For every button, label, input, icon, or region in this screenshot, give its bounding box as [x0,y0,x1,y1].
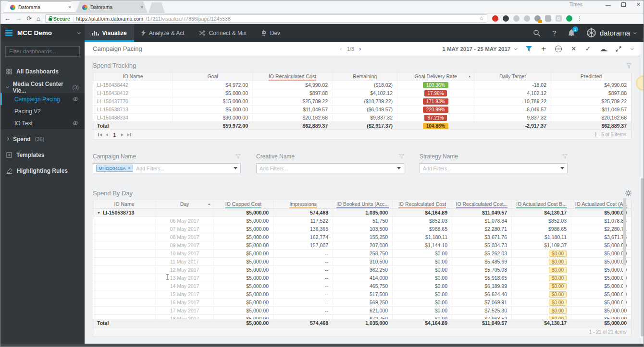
filter-dashboards-input[interactable] [5,46,80,57]
table-row[interactable]: 18 May 2017$5,000.00--672,750$0.00$7,963… [93,315,631,319]
dropdown-caret-icon[interactable] [560,167,564,169]
widget-filter-icon[interactable] [562,154,568,159]
sidebar-item-pacing-v2[interactable]: Pacing V2 [0,105,85,117]
extension-icon[interactable] [534,15,541,22]
tab-visualize[interactable]: Visualize [85,24,134,42]
filter-input[interactable]: MHOD0415A✕ Add Filters... [93,163,241,173]
column-header[interactable]: IO Booked Units (Acc... [333,200,393,208]
browser-tab-2[interactable]: Datorama ✕ [75,1,148,13]
table-row[interactable]: 10 May 2017$5,000.00--258,750$0.00$5,262… [93,250,631,258]
table-row[interactable]: LI-150438334$30,000.00$20,162.68$9,837.3… [93,114,631,122]
column-header[interactable]: Impressions [273,200,333,208]
minimize-button[interactable]: — [606,2,611,8]
table-row[interactable]: LI-150438442$4,972.00$4,990.02($18.02)10… [93,81,631,89]
sidebar-group-media-cost-center[interactable]: Media Cost Center Vie... (3) [0,81,85,93]
extension-icon[interactable] [503,15,509,22]
column-header[interactable]: Daily Target [474,72,551,81]
notifications-bell[interactable]: 1 [568,29,575,36]
current-page[interactable]: 1 [112,132,118,138]
back-icon[interactable]: ← [4,15,11,22]
table-scrollbar[interactable] [623,198,626,308]
fullscreen-icon[interactable] [616,46,621,52]
table-row[interactable]: LI-150438412$5,000.00$897.88$4,102.1217.… [93,89,631,97]
brand-menu[interactable]: datorama [586,28,636,38]
tab-close-icon[interactable]: ✕ [140,5,144,10]
column-header[interactable]: Goal Delivery Rate▲ [397,72,474,81]
comment-icon[interactable]: ••• [555,46,562,52]
column-header[interactable]: IO Name [93,200,156,208]
collapse-arrow-icon[interactable]: ▼ [97,211,100,215]
forward-icon[interactable]: → [15,15,22,22]
table-group-row[interactable]: ▼LI-150538713$5,000.00574,4681,035,000$4… [93,209,631,217]
restore-button[interactable] [621,2,626,7]
table-row[interactable]: 15 May 2017$5,000.00--517,500$0.00$6,624… [93,290,631,299]
home-icon[interactable]: ⌂ [37,15,40,22]
address-bar[interactable]: Secure | https://platform.datorama.com/1… [45,14,487,23]
table-row[interactable]: 08 May 2017$5,000.00162,774155,250$1,180… [93,233,631,241]
sidebar-item-highlighting-rules[interactable]: Highlighting Rules [0,165,85,177]
hamburger-icon[interactable] [5,30,12,36]
filter-input[interactable]: Add Filters... [420,163,568,173]
extension-icon[interactable] [492,15,498,22]
next-page-icon[interactable] [121,133,124,136]
check-icon[interactable]: ✓ [585,45,591,52]
table-row[interactable]: 13 May 2017$5,000.00--414,000$0.00$5,918… [93,274,631,282]
next-page-icon[interactable]: › [359,45,361,52]
workspace-switcher[interactable]: MCC Demo [0,24,85,42]
extension-icon[interactable] [545,15,551,22]
column-header[interactable]: IO Name [93,72,173,81]
date-range-picker[interactable]: 1 MAY 2017 - 25 MAY 2017 [442,46,517,52]
column-header[interactable]: IO Recalculated Cost... [452,200,512,208]
remove-chip-icon[interactable]: ✕ [128,166,131,170]
extension-icon[interactable] [524,15,530,22]
help-icon[interactable]: ? [552,29,556,37]
table-row[interactable]: 17 May 2017$5,000.00--621,000$0.00$7,525… [93,307,631,315]
dropdown-caret-icon[interactable] [397,167,401,169]
extension-icon[interactable] [566,15,572,22]
column-header[interactable]: IO Actualized Cost (A... [571,200,631,208]
prev-page-icon[interactable] [106,133,108,136]
table-row[interactable]: LI-150437770$15,000.00$25,789.22($10,789… [93,97,631,106]
sidebar-item-campaign-pacing[interactable]: Campaign Pacing [0,93,85,105]
table-row[interactable]: LI-150538713$5,000.00$11,049.57($6,049.5… [93,106,631,114]
tab-close-icon[interactable]: ✕ [68,5,72,10]
tab-connect-mix[interactable]: Connect & Mix [192,24,254,42]
filter-input[interactable]: Add Filters... [256,163,404,173]
extension-icon[interactable] [513,15,520,22]
filter-chip[interactable]: MHOD0415A✕ [96,165,133,172]
table-row[interactable]: 07 May 2017$5,000.00136,365103,500$988.6… [93,225,631,233]
column-header[interactable]: Goal [173,72,253,81]
more-options-chevron[interactable] [631,47,634,50]
tab-dev[interactable]: Dev [254,24,287,42]
table-row[interactable]: 14 May 2017$5,000.00--465,750$0.00$6,189… [93,282,631,290]
tab-analyze-act[interactable]: Analyze & Act [134,24,192,42]
table-row[interactable]: 12 May 2017$5,000.00--362,250$0.00$5,705… [93,266,631,274]
table-row[interactable]: 16 May 2017$5,000.00--569,250$0.00$7,069… [93,299,631,307]
sidebar-item-templates[interactable]: Templates [0,149,85,161]
secure-badge[interactable]: Secure [49,16,70,22]
sidebar-item-io-test[interactable]: IO Test [0,117,85,129]
column-header[interactable]: IO Capped Cost [214,200,273,208]
column-header[interactable]: IO Actualized Cost B... [512,200,571,208]
new-tab-button[interactable] [149,2,165,13]
widget-filter-icon[interactable] [626,63,632,68]
last-page-icon[interactable] [127,133,131,136]
widget-filter-icon[interactable] [235,154,241,159]
table-total-row[interactable]: Total$5,000.00574,4681,035,000$4,164.89$… [93,319,631,327]
dropdown-caret-icon[interactable] [234,167,237,169]
cloud-sync-icon[interactable]: ☁✕ [600,45,607,53]
column-header[interactable]: IO Recalculated Cost [253,72,333,81]
prev-page-icon[interactable]: ‹ [340,45,342,52]
column-header[interactable]: IO Recalculated Cost [393,200,452,208]
add-widget-icon[interactable]: + [541,44,546,54]
extension-icon[interactable]: G [556,15,562,22]
browser-tab-1[interactable]: Datorama ✕ [3,1,75,13]
close-icon[interactable]: ✕ [571,45,576,52]
bookmark-star-icon[interactable]: ☆ [479,15,484,22]
sidebar-item-all-dashboards[interactable]: All Dashboards [0,65,85,77]
search-icon[interactable] [533,29,541,37]
sidebar-group-spend[interactable]: Spend (36) [0,133,85,145]
widget-filter-icon[interactable] [399,154,404,159]
table-row[interactable]: 06 May 2017$5,000.00117,52251,750$852.03… [93,217,631,225]
close-window-button[interactable]: ✕ [636,1,641,8]
